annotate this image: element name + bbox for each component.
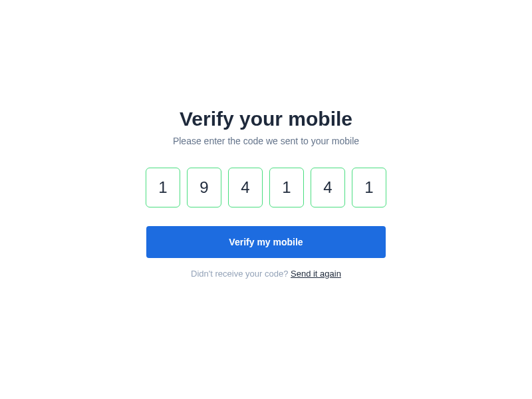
code-digit-2[interactable] bbox=[187, 168, 221, 207]
code-input-row bbox=[146, 168, 386, 207]
resend-link[interactable]: Send it again bbox=[291, 269, 341, 279]
code-digit-6[interactable] bbox=[352, 168, 386, 207]
verify-button[interactable]: Verify my mobile bbox=[146, 226, 386, 258]
code-digit-5[interactable] bbox=[311, 168, 345, 207]
resend-row: Didn't receive your code? Send it again bbox=[191, 269, 341, 279]
code-digit-3[interactable] bbox=[228, 168, 263, 207]
verify-mobile-card: Verify your mobile Please enter the code… bbox=[146, 108, 386, 279]
page-subtitle: Please enter the code we sent to your mo… bbox=[173, 136, 359, 146]
code-digit-1[interactable] bbox=[146, 168, 180, 207]
code-digit-4[interactable] bbox=[269, 168, 304, 207]
resend-prompt: Didn't receive your code? bbox=[191, 269, 291, 279]
page-title: Verify your mobile bbox=[180, 108, 352, 130]
